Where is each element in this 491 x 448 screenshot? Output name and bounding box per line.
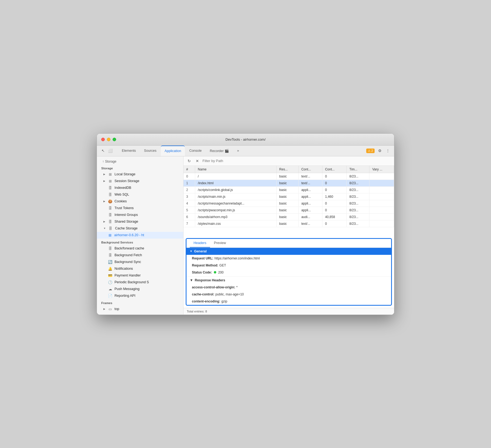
clear-button[interactable]: ✕: [194, 158, 200, 164]
main-content: ↻ ✕ # Name Res... Cont... Cont... Tim...: [184, 156, 394, 315]
sidebar-item-notifications[interactable]: ▶ 🔔 Notifications: [97, 265, 183, 272]
sidebar-item-shared-storage[interactable]: ▶ 🗄 Shared Storage: [97, 218, 183, 225]
table-row[interactable]: 2 /scripts/comlink.global.js basic appli…: [184, 186, 394, 193]
content-encoding-key: content-encoding:: [192, 299, 220, 303]
sidebar-item-push-messaging[interactable]: ▶ ☁ Push Messaging: [97, 286, 183, 292]
request-url-value: https://airhorner.com/index.html: [214, 256, 260, 260]
cell-time: 8/23...: [346, 180, 369, 186]
request-url-row: Request URL: https://airhorner.com/index…: [186, 255, 391, 262]
sidebar-item-session-storage[interactable]: ▶ ⊞ Session Storage: [97, 178, 183, 185]
filter-input[interactable]: [202, 159, 391, 163]
table-scroll-container: # Name Res... Cont... Cont... Tim... Var…: [184, 166, 394, 236]
interest-groups-label: Interest Groups: [114, 213, 138, 217]
sidebar-item-cache-storage[interactable]: ▼ 🗄 Cache Storage: [97, 225, 183, 232]
cell-name: /scripts/main.min.js: [195, 193, 276, 200]
col-name: Name: [195, 166, 276, 173]
sidebar-item-trust-tokens[interactable]: ▶ 🗄 Trust Tokens: [97, 205, 183, 212]
sidebar-item-local-storage[interactable]: ▶ ⊞ Local Storage: [97, 171, 183, 178]
tabbar: ↖ ⬜ Elements Sources Application Console…: [97, 146, 394, 156]
expand-arrow-icon: ▶: [103, 308, 105, 310]
tab-sources[interactable]: Sources: [140, 146, 160, 156]
cell-time: 8/23...: [346, 200, 369, 207]
sidebar-item-top-frame[interactable]: ▶ ▭ top: [97, 306, 183, 312]
sidebar-item-airhorner[interactable]: ⊞ airhorner-0.6.20 - ht: [97, 232, 183, 239]
cell-cont2: 0: [322, 186, 346, 193]
table-row[interactable]: 7 /styles/main.css basic text/... 0 8/23…: [184, 220, 394, 227]
refresh-button[interactable]: ↻: [186, 158, 192, 164]
request-method-key: Request Method:: [192, 263, 218, 267]
tab-console[interactable]: Console: [185, 146, 205, 156]
general-section-header[interactable]: ▼ General: [186, 248, 391, 255]
cell-time: 8/23...: [346, 207, 369, 213]
tab-elements[interactable]: Elements: [118, 146, 140, 156]
push-messaging-label: Push Messaging: [114, 287, 139, 291]
acao-value: *: [236, 285, 238, 289]
cell-res: basic: [276, 186, 299, 193]
col-num: #: [184, 166, 195, 173]
cell-cont1: text/...: [299, 180, 322, 186]
sidebar-item-reporting-api[interactable]: ▶ 📄 Reporting API: [97, 292, 183, 299]
response-headers-label: Response Headers: [195, 278, 225, 282]
cell-num: 7: [184, 220, 195, 227]
sidebar-item-interest-groups[interactable]: ▶ 🗄 Interest Groups: [97, 212, 183, 218]
status-code-row: Status Code: 200: [186, 269, 391, 276]
maximize-button[interactable]: [113, 138, 116, 141]
tab-preview[interactable]: Preview: [210, 239, 230, 248]
background-fetch-label: Background Fetch: [114, 253, 142, 257]
tab-application[interactable]: Application: [161, 146, 185, 156]
more-options-icon[interactable]: ⋮: [385, 148, 391, 154]
devtools-window: DevTools - airhorner.com/ ↖ ⬜ Elements S…: [97, 133, 394, 315]
warning-badge[interactable]: ⚠ 2: [366, 149, 375, 153]
col-time: Tim...: [346, 166, 369, 173]
sidebar-item-background-sync[interactable]: ▶ 🔄 Background Sync: [97, 259, 183, 265]
sidebar-item-periodic-background[interactable]: ▶ 🕐 Periodic Background S: [97, 279, 183, 286]
main-layout: ↑ Storage Storage ▶ ⊞ Local Storage ▶ ⊞ …: [97, 156, 394, 315]
cell-vary: [369, 180, 394, 186]
table-row[interactable]: 6 /sounds/airhorn.mp3 basic audi... 40,8…: [184, 213, 394, 220]
tab-headers[interactable]: Headers: [190, 239, 210, 248]
cell-res: basic: [276, 207, 299, 213]
table-row[interactable]: 3 /scripts/main.min.js basic appli... 1,…: [184, 193, 394, 200]
cursor-icon[interactable]: ↖: [100, 148, 106, 154]
collapse-arrow-icon: ▼: [190, 278, 193, 282]
minimize-button[interactable]: [107, 138, 110, 141]
inspect-icon[interactable]: ⬜: [107, 148, 113, 154]
cache-control-key: cache-control:: [192, 292, 214, 296]
back-forward-cache-label: Back/forward cache: [114, 246, 144, 250]
cell-cont1: text/...: [299, 220, 322, 227]
table-body: 0 / basic text/... 0 8/23... 1 /index.ht…: [184, 173, 394, 227]
cell-num: 4: [184, 200, 195, 207]
table-row[interactable]: 5 /scripts/pwacompat.min.js basic appli.…: [184, 207, 394, 213]
cell-time: 8/23...: [346, 186, 369, 193]
back-forward-cache-icon: 🗄: [108, 246, 112, 251]
tab-more[interactable]: »: [233, 146, 243, 156]
shared-storage-label: Shared Storage: [114, 220, 138, 223]
sidebar-item-web-sql[interactable]: ▶ 🗄 Web SQL: [97, 191, 183, 198]
push-messaging-icon: ☁: [108, 287, 112, 291]
cell-num: 5: [184, 207, 195, 213]
airhorner-label: airhorner-0.6.20 - ht: [114, 233, 144, 237]
content-encoding-row: content-encoding: gzip: [186, 298, 391, 305]
table-row[interactable]: 4 /scripts/messagechanneladapt... basic …: [184, 200, 394, 207]
sidebar-item-back-forward-cache[interactable]: ▶ 🗄 Back/forward cache: [97, 245, 183, 252]
sidebar-item-cookies[interactable]: ▶ 🍪 Cookies: [97, 198, 183, 205]
settings-icon[interactable]: ⚙: [377, 148, 383, 154]
response-headers-section[interactable]: ▼ Response Headers: [186, 276, 391, 284]
table-row[interactable]: 1 /index.html basic text/... 0 8/23...: [184, 180, 394, 186]
sidebar-item-payment-handler[interactable]: ▶ 💳 Payment Handler: [97, 272, 183, 279]
sidebar-item-background-fetch[interactable]: ▶ 🗄 Background Fetch: [97, 252, 183, 259]
acao-key: access-control-allow-origin:: [192, 285, 235, 289]
sidebar-item-indexeddb[interactable]: ▶ 🗄 IndexedDB: [97, 185, 183, 191]
cell-res: basic: [276, 193, 299, 200]
cell-cont1: appli...: [299, 207, 322, 213]
cell-vary: [369, 173, 394, 180]
trust-tokens-icon: 🗄: [108, 206, 112, 210]
close-button[interactable]: [101, 138, 105, 141]
cell-cont2: 0: [322, 173, 346, 180]
cache-control-row: cache-control: public, max-age=10: [186, 291, 391, 298]
table-row[interactable]: 0 / basic text/... 0 8/23...: [184, 173, 394, 180]
cookies-label: Cookies: [114, 199, 127, 203]
filter-bar: ↻ ✕: [184, 156, 394, 166]
tab-recorder[interactable]: Recorder 🎬: [206, 146, 233, 156]
periodic-background-icon: 🕐: [108, 280, 112, 284]
